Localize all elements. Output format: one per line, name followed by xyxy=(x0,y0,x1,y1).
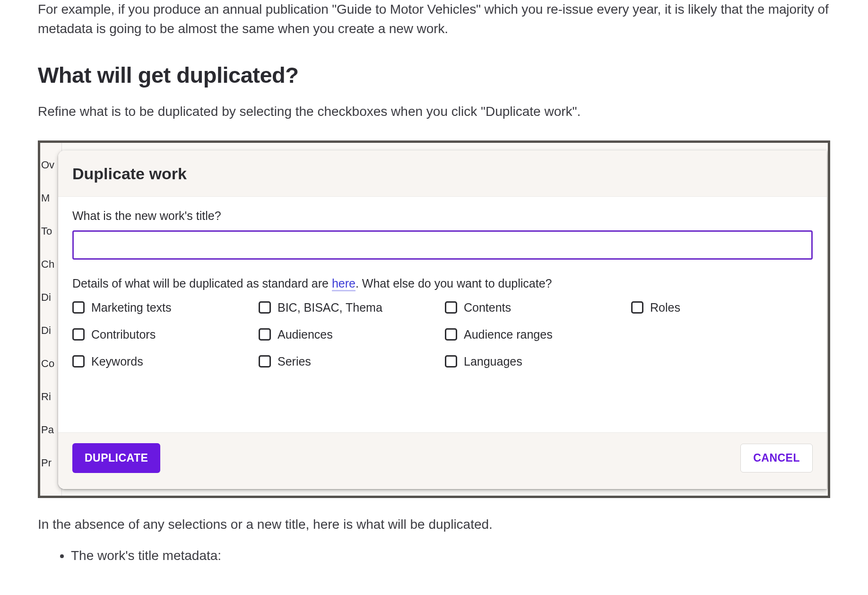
article-intro-paragraph: For example, if you produce an annual pu… xyxy=(38,0,830,38)
option-label: Audiences xyxy=(278,328,333,341)
modal-title: Duplicate work xyxy=(72,165,813,183)
title-field-label: What is the new work's title? xyxy=(72,209,813,223)
cancel-button[interactable]: CANCEL xyxy=(740,444,813,472)
checkbox-icon xyxy=(445,301,457,314)
checkbox-icon xyxy=(72,301,85,314)
duplicate-work-modal: Duplicate work What is the new work's ti… xyxy=(58,150,827,489)
checkbox-icon xyxy=(631,301,643,314)
duplicate-options-grid: Marketing texts BIC, BISAC, Thema Conten… xyxy=(72,301,813,368)
checkbox-icon xyxy=(72,355,85,368)
checkbox-icon xyxy=(259,328,271,341)
option-languages[interactable]: Languages xyxy=(445,355,626,368)
screenshot-frame: Ov M To Ch Di Di Co Ri Pa Pr Duplicate w… xyxy=(38,140,830,498)
duplicate-button[interactable]: DUPLICATE xyxy=(72,443,160,473)
duplicated-items-list: The work's title metadata: xyxy=(38,546,830,566)
option-label: Audience ranges xyxy=(464,328,553,341)
article-body-paragraph: Refine what is to be duplicated by selec… xyxy=(38,102,830,122)
option-label: Marketing texts xyxy=(91,301,172,315)
details-suffix: . What else do you want to duplicate? xyxy=(356,277,552,290)
option-label: Roles xyxy=(650,301,680,315)
option-keywords[interactable]: Keywords xyxy=(72,355,254,368)
option-label: Keywords xyxy=(91,355,143,368)
option-series[interactable]: Series xyxy=(259,355,440,368)
option-audiences[interactable]: Audiences xyxy=(259,328,440,341)
option-label: BIC, BISAC, Thema xyxy=(278,301,382,315)
option-label: Languages xyxy=(464,355,522,368)
details-prefix: Details of what will be duplicated as st… xyxy=(72,277,332,290)
checkbox-icon xyxy=(445,328,457,341)
option-label: Contents xyxy=(464,301,511,315)
option-bic-bisac-thema[interactable]: BIC, BISAC, Thema xyxy=(259,301,440,315)
option-marketing-texts[interactable]: Marketing texts xyxy=(72,301,254,315)
option-empty-cell xyxy=(631,355,813,368)
modal-header: Duplicate work xyxy=(58,150,827,197)
new-work-title-input[interactable] xyxy=(72,230,813,260)
option-empty-cell xyxy=(631,328,813,341)
option-roles[interactable]: Roles xyxy=(631,301,813,315)
option-label: Contributors xyxy=(91,328,156,341)
checkbox-icon xyxy=(445,355,457,368)
option-contributors[interactable]: Contributors xyxy=(72,328,254,341)
modal-body: What is the new work's title? Details of… xyxy=(58,197,827,432)
details-here-link[interactable]: here xyxy=(332,277,356,291)
option-contents[interactable]: Contents xyxy=(445,301,626,315)
option-audience-ranges[interactable]: Audience ranges xyxy=(445,328,626,341)
details-instruction: Details of what will be duplicated as st… xyxy=(72,277,813,290)
checkbox-icon xyxy=(72,328,85,341)
checkbox-icon xyxy=(259,301,271,314)
modal-footer: DUPLICATE CANCEL xyxy=(58,432,827,489)
checkbox-icon xyxy=(259,355,271,368)
section-heading: What will get duplicated? xyxy=(38,62,830,88)
followup-paragraph: In the absence of any selections or a ne… xyxy=(38,517,830,532)
list-item: The work's title metadata: xyxy=(71,546,830,566)
option-label: Series xyxy=(278,355,311,368)
